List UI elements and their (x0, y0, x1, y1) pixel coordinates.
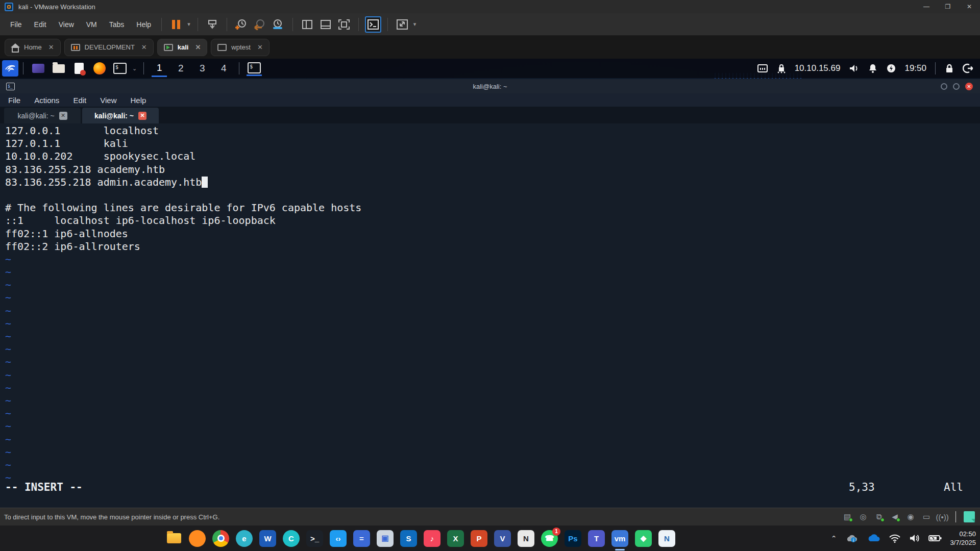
taskbar-chrome-icon[interactable] (212, 530, 229, 547)
power-manager-icon[interactable] (886, 63, 896, 73)
vpn-lock-icon[interactable] (776, 63, 787, 73)
message-log-icon[interactable] (964, 511, 975, 522)
terminal-menu-actions[interactable]: Actions (34, 96, 59, 105)
menu-edit[interactable]: Edit (29, 18, 52, 31)
terminal-tab-2[interactable]: kali@kali: ~✕ (82, 108, 159, 123)
kali-menu[interactable] (2, 60, 18, 77)
taskbar-file-explorer-icon[interactable] (165, 530, 182, 547)
menu-file[interactable]: File (5, 18, 27, 31)
workspace-4[interactable]: 4 (216, 60, 231, 77)
network-adapter-icon[interactable]: ⧉ (873, 512, 885, 522)
taskbar-terminal-icon[interactable]: >_ (306, 530, 323, 547)
terminal-menu-file[interactable]: File (8, 96, 20, 105)
notifications-bell-icon[interactable] (868, 63, 878, 73)
terminal-close-button[interactable]: ✕ (965, 83, 973, 90)
fullscreen-button[interactable] (336, 16, 352, 33)
onedrive-icon[interactable] (866, 534, 880, 543)
file-manager-icon[interactable] (51, 61, 66, 76)
taskbar-microsoft-store-icon[interactable]: S (400, 530, 417, 547)
taskbar-powerpoint-icon[interactable]: P (471, 530, 487, 547)
close-button[interactable]: ✕ (959, 0, 980, 13)
app-window-icon[interactable] (31, 61, 46, 76)
taskbar-vscode-icon[interactable]: ‹› (330, 530, 347, 547)
sound-icon[interactable]: ◀ (889, 512, 900, 522)
taskbar-excel-icon[interactable]: X (447, 530, 464, 547)
taskbar-canva-icon[interactable]: C (283, 530, 300, 547)
tab-close-icon[interactable]: ✕ (141, 43, 147, 51)
take-snapshot-button[interactable] (233, 16, 250, 33)
workspace-3[interactable]: 3 (194, 60, 210, 77)
menu-vm[interactable]: VM (81, 18, 102, 31)
terminal-maximize-button[interactable] (953, 83, 960, 90)
taskbar-visio-icon[interactable]: V (494, 530, 511, 547)
thumbnail-bar-toggle[interactable] (317, 16, 334, 33)
vm-tab-kali[interactable]: kali✕ (157, 39, 208, 56)
taskbar-photos-icon[interactable]: ▣ (377, 530, 394, 547)
vm-tab-development[interactable]: DEVELOPMENT✕ (64, 39, 154, 56)
terminal-tab-close-icon[interactable]: ✕ (59, 112, 67, 120)
taskbar-whatsapp-icon[interactable]: ☎1 (541, 530, 558, 547)
ethernet-icon[interactable] (757, 64, 768, 73)
workspace-1[interactable]: 1 (152, 60, 167, 77)
menu-help[interactable]: Help (131, 18, 156, 31)
taskbar-notepad-icon[interactable]: N (658, 530, 675, 547)
panel-clock[interactable]: 19:50 (904, 63, 926, 73)
vm-tab-wptest[interactable]: wptest✕ (211, 39, 269, 56)
volume-icon[interactable] (848, 63, 860, 73)
volume-icon[interactable] (909, 534, 920, 543)
taskbar-start-icon[interactable] (142, 530, 159, 547)
taskbar-vmware-icon[interactable]: vm (611, 530, 628, 547)
stretch-guest-button[interactable] (394, 16, 410, 33)
menu-view[interactable]: View (54, 18, 79, 31)
stretch-dropdown[interactable]: ▾ (413, 21, 416, 28)
lock-screen-button[interactable] (944, 63, 954, 73)
taskbar-edge-icon[interactable]: e (236, 530, 253, 547)
taskbar-photoshop-icon[interactable]: Ps (565, 530, 581, 547)
taskbar-firefox-icon[interactable] (189, 530, 206, 547)
terminal-launcher[interactable]: $ (112, 61, 128, 76)
tab-close-icon[interactable]: ✕ (195, 43, 201, 51)
taskbar-notion-icon[interactable]: N (518, 530, 534, 547)
launcher-dropdown[interactable]: ⌄ (132, 65, 137, 72)
terminal-window-button[interactable]: $ (247, 61, 262, 76)
suspend-dropdown[interactable]: ▾ (187, 21, 190, 28)
terminal-tab-1[interactable]: kali@kali: ~✕ (4, 108, 81, 123)
terminal-menu-help[interactable]: Help (130, 96, 146, 105)
sync-cloud-icon[interactable]: i (845, 534, 858, 543)
terminal-content[interactable]: 127.0.0.1 localhost127.0.1.1 kali10.10.0… (0, 123, 980, 484)
taskbar-app-green-icon[interactable]: ◆ (635, 530, 652, 547)
firefox-icon[interactable] (92, 61, 107, 76)
tray-expand-chevron[interactable]: ⌃ (831, 534, 837, 542)
signal-icon[interactable]: ((•)) (937, 512, 948, 522)
manage-snapshots-button[interactable] (270, 16, 286, 33)
suspend-button[interactable] (168, 16, 184, 33)
taskbar-word-icon[interactable]: W (259, 530, 276, 547)
terminal-menu-view[interactable]: View (100, 96, 116, 105)
terminal-menu-edit[interactable]: Edit (73, 96, 86, 105)
menu-tabs[interactable]: Tabs (104, 18, 130, 31)
revert-snapshot-button[interactable] (252, 16, 268, 33)
webcam-icon[interactable]: ◉ (905, 512, 916, 522)
minimize-button[interactable]: — (916, 0, 937, 13)
hard-disk-icon[interactable]: ▤ (842, 512, 853, 522)
vpn-ip-address[interactable]: 10.10.15.69 (795, 63, 841, 73)
terminal-titlebar[interactable]: $_ kali@kali: ~ ✕ (0, 79, 980, 93)
maximize-button[interactable]: ❐ (937, 0, 959, 13)
cd-rom-icon[interactable]: ◎ (857, 512, 869, 522)
taskbar-teams-icon[interactable]: T (588, 530, 605, 547)
text-editor-icon[interactable] (71, 61, 87, 76)
tab-close-icon[interactable]: ✕ (257, 43, 263, 51)
logout-button[interactable] (963, 63, 973, 73)
usb-device-icon[interactable]: ▭ (921, 512, 932, 522)
taskbar-calculator-icon[interactable]: = (353, 530, 370, 547)
console-view-toggle[interactable] (365, 16, 381, 33)
taskbar-clock[interactable]: 02:50 3/7/2025 (950, 530, 976, 547)
taskbar-itunes-icon[interactable]: ♪ (424, 530, 440, 547)
terminal-minimize-button[interactable] (941, 83, 947, 90)
terminal-tab-close-icon[interactable]: ✕ (138, 112, 146, 120)
wifi-icon[interactable] (889, 534, 901, 543)
tab-close-icon[interactable]: ✕ (48, 43, 54, 51)
workspace-2[interactable]: 2 (173, 60, 188, 77)
battery-icon[interactable] (928, 534, 942, 542)
library-panel-toggle[interactable] (299, 16, 315, 33)
